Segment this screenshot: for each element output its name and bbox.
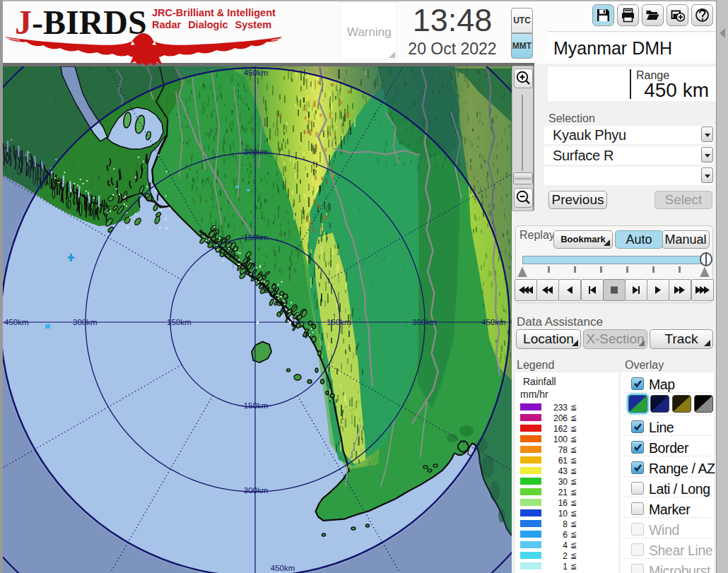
svg-text:450km: 450km	[4, 318, 29, 326]
svg-text:300km: 300km	[412, 318, 437, 326]
svg-text:450km: 450km	[244, 69, 269, 77]
svg-text:450km: 450km	[481, 318, 506, 326]
svg-text:150km: 150km	[244, 233, 269, 242]
svg-text:300km: 300km	[244, 486, 269, 495]
svg-text:300km: 300km	[244, 148, 269, 156]
svg-text:450km: 450km	[271, 564, 295, 572]
svg-text:150km: 150km	[167, 318, 192, 326]
svg-text:150km: 150km	[327, 318, 351, 326]
svg-text:300km: 300km	[73, 318, 98, 326]
svg-text:150km: 150km	[244, 401, 269, 410]
